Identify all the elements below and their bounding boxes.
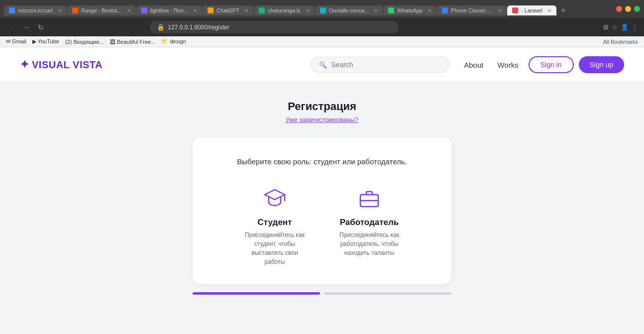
signin-button[interactable]: Sign in <box>529 56 574 73</box>
progress-segment-1 <box>193 292 320 295</box>
close-button[interactable] <box>616 6 622 12</box>
role-prompt: Выберите свою роль: студент или работода… <box>222 157 422 166</box>
window-controls <box>616 6 640 15</box>
bookmark-item[interactable]: (2) Входящие... <box>65 38 104 45</box>
browser-tab-tab2[interactable]: Range · Bootst...✕ <box>67 5 136 15</box>
progress-bar <box>193 292 451 295</box>
bookmark-item[interactable]: ✉ Gmail <box>6 38 26 45</box>
browser-tab-tab4[interactable]: ChatGPT✕ <box>203 5 253 15</box>
student-icon <box>261 184 289 212</box>
browser-tab-tab9[interactable]: - Laravel✕ <box>507 5 556 15</box>
navbar: ✦ VISUAL VISTA 🔍 About Works Sign in Sig… <box>0 47 644 82</box>
back-button[interactable]: ← <box>6 22 17 32</box>
url-display: 127.0.0.1:8000/register <box>168 24 229 31</box>
tab-bar: mizzoni.lc/cart✕Range · Bootst...✕lightb… <box>0 0 644 18</box>
employer-icon <box>355 184 383 212</box>
already-registered-link[interactable]: Уже зарегистрированы? <box>286 116 358 123</box>
browser-actions: ⊞ ☆ 👤 ⋮ <box>603 23 638 31</box>
role-options: Студент Присоединяйтесь как студент, что… <box>222 184 422 266</box>
all-bookmarks-link[interactable]: All Bookmarks <box>603 39 638 45</box>
nav-actions: Sign in Sign up <box>529 56 624 73</box>
employer-option[interactable]: Работодатель Присоединяйтесь как работод… <box>337 184 402 266</box>
new-tab-button[interactable]: + <box>557 4 569 17</box>
lock-icon: 🔒 <box>157 23 165 31</box>
student-name: Студент <box>258 218 292 227</box>
main-content: Регистрация Уже зарегистрированы? Выбери… <box>0 82 644 315</box>
browser-tab-tab6[interactable]: Онлайн сесси...✕ <box>315 5 383 15</box>
bookmark-item[interactable]: 🖼 Beautiful Free... <box>110 38 156 45</box>
student-option[interactable]: Студент Присоединяйтесь как студент, что… <box>242 184 307 266</box>
search-icon: 🔍 <box>319 61 327 69</box>
browser-tab-tab1[interactable]: mizzoni.lc/cart✕ <box>4 5 67 15</box>
student-desc: Присоединяйтесь как студент, чтобы выста… <box>242 230 307 266</box>
search-input[interactable] <box>331 61 441 69</box>
progress-segment-2 <box>324 292 451 295</box>
page-title: Регистрация <box>288 100 356 113</box>
browser-tab-tab5[interactable]: chaturanga.lc✕ <box>254 5 315 15</box>
menu-icon[interactable]: ⋮ <box>632 23 638 31</box>
signup-button[interactable]: Sign up <box>579 56 624 73</box>
logo-icon: ✦ <box>20 58 29 71</box>
registration-card: Выберите свою роль: студент или работода… <box>193 137 451 284</box>
nav-links: About Works <box>464 61 518 69</box>
app-wrapper: ✦ VISUAL VISTA 🔍 About Works Sign in Sig… <box>0 47 644 327</box>
browser-tab-tab3[interactable]: lightbox · Пол...✕ <box>136 5 202 15</box>
bookmark-item[interactable]: ▶ YouTube <box>32 38 59 45</box>
search-bar[interactable]: 🔍 <box>311 57 450 73</box>
employer-name: Работодатель <box>340 218 399 227</box>
employer-desc: Присоединяйтесь как работодатель, чтобы … <box>337 230 402 257</box>
logo[interactable]: ✦ VISUAL VISTA <box>20 58 103 71</box>
forward-button[interactable]: → <box>21 22 32 32</box>
bookmarks-bar: ✉ Gmail▶ YouTube(2) Входящие...🖼 Beautif… <box>0 36 644 47</box>
works-link[interactable]: Works <box>497 61 518 69</box>
reload-button[interactable]: ↻ <box>36 22 46 32</box>
browser-chrome: mizzoni.lc/cart✕Range · Bootst...✕lightb… <box>0 0 644 47</box>
logo-text: VISUAL VISTA <box>32 59 103 71</box>
address-bar-row: ← → ↻ 🔒 127.0.0.1:8000/register ⊞ ☆ 👤 ⋮ <box>0 18 644 36</box>
profile-icon[interactable]: 👤 <box>621 23 629 31</box>
minimize-button[interactable] <box>625 6 631 12</box>
extensions-icon[interactable]: ⊞ <box>603 23 609 31</box>
svg-marker-0 <box>265 190 285 200</box>
maximize-button[interactable] <box>634 6 640 12</box>
bookmark-item[interactable]: 📁 design <box>161 38 186 45</box>
bookmark-icon[interactable]: ☆ <box>612 23 618 31</box>
address-bar[interactable]: 🔒 127.0.0.1:8000/register <box>150 21 399 33</box>
browser-tab-tab7[interactable]: WhatsApp✕ <box>383 5 436 15</box>
about-link[interactable]: About <box>464 61 483 69</box>
browser-tab-tab8[interactable]: Phone Classic S...✕ <box>437 5 507 15</box>
progress-container <box>193 292 451 295</box>
